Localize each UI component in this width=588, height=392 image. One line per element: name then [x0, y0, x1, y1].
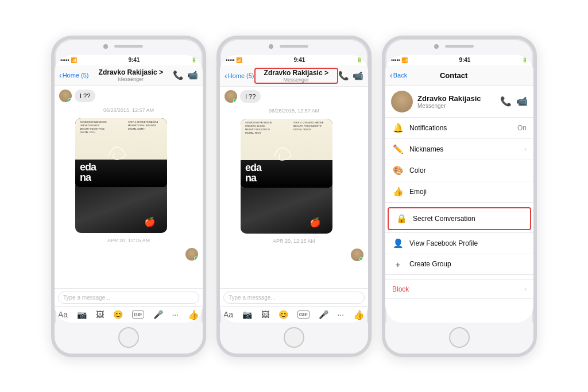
menu-item-color[interactable]: 🎨 Color — [385, 160, 533, 181]
tool-gif-2[interactable]: GIF — [297, 311, 310, 319]
notifications-value: On — [517, 124, 527, 132]
contact-actions-3: 📞 📹 — [500, 96, 528, 107]
contact-sub-3: Messenger — [417, 103, 481, 109]
message-input-2[interactable]: Type a message... — [223, 292, 365, 304]
tool-gif-1[interactable]: GIF — [132, 311, 144, 319]
nav-back-1[interactable]: ‹ Home (5) — [59, 71, 89, 80]
media-block-2: SVOBODOM FACEBOOKUREVETU IN MOCMESURY IN… — [241, 119, 332, 234]
tool-like-1[interactable]: 👍 — [188, 309, 199, 320]
tool-image-2[interactable]: 🖼 — [261, 310, 269, 319]
media-container-1: ⬆ SVOBODOM FACEBOOKUREVETU IN MOCMESURY … — [59, 118, 198, 233]
msg-bubble-2: I ?? — [240, 90, 261, 103]
create-group-icon: + — [392, 259, 404, 269]
back-arrow-2: ‹ — [225, 71, 227, 80]
nav-center-1: Zdravko Rakijasic > Messenger — [89, 68, 173, 82]
status-left-3: ••••• 📶 — [391, 57, 408, 63]
nav-back-label-2: Home (5) — [228, 72, 254, 79]
tool-camera-2[interactable]: 📷 — [242, 310, 252, 319]
menu-item-emoji[interactable]: 👍 Emoji — [385, 181, 533, 202]
phone-1: ••••• 📶 9:41 🔋 ‹ Home (5) Zdravko Rakija… — [51, 36, 206, 357]
contact-avatar-3 — [391, 91, 413, 112]
nav-sub-1: Messenger — [89, 76, 173, 82]
doodle-svg-1 — [103, 139, 137, 162]
avatar-bottom-1 — [185, 248, 198, 261]
secret-conversation-highlighted: 🔒 Secret Conversation — [388, 207, 531, 230]
phone-2: ••••• 📶 9:41 🔋 ‹ Home (5) Zdravko Rakija… — [216, 36, 372, 357]
extra-menu-section-3: 👤 View Facebook Profile + Create Group — [385, 232, 533, 275]
tool-like-2[interactable]: 👍 — [353, 309, 365, 320]
block-section-3: Block › — [385, 280, 533, 299]
avatar-1 — [59, 90, 72, 102]
online-dot-2 — [233, 99, 237, 103]
fb-profile-icon: 👤 — [392, 238, 404, 249]
tool-mic-2[interactable]: 🎤 — [319, 310, 328, 319]
phone-icon-1[interactable]: 📞 — [173, 70, 184, 80]
phone-inner-2: ••••• 📶 9:41 🔋 ‹ Home (5) Zdravko Rakija… — [220, 55, 368, 323]
nav-back-2[interactable]: ‹ Home (5) — [225, 71, 254, 80]
phone-icon-2[interactable]: 📞 — [338, 71, 349, 81]
phone-icon-3[interactable]: 📞 — [500, 96, 512, 107]
media-container-2: ⬆ SVOBODOM FACEBOOKUREVETU IN MOCMESURY … — [225, 119, 363, 234]
menu-item-nicknames[interactable]: ✏️ Nicknames › — [385, 139, 533, 160]
signal-dots-1: ••••• — [60, 57, 69, 63]
contact-name-nav-2[interactable]: Zdravko Rakijasic > — [257, 69, 335, 77]
timestamp-2: 06/26/2015, 12:57 AM — [225, 108, 363, 114]
nav-actions-1: 📞 📹 — [173, 70, 198, 80]
nav-back-3[interactable]: ‹ Back — [390, 71, 407, 80]
bottom-avatar-row-2 — [225, 249, 363, 261]
status-right-2: 🔋 — [357, 57, 362, 63]
home-button-3[interactable] — [449, 327, 470, 348]
nav-back-label-3: Back — [393, 72, 407, 79]
home-button-2[interactable] — [284, 327, 304, 348]
tool-aa-1[interactable]: Aa — [58, 310, 68, 319]
nav-bar-2: ‹ Home (5) Zdravko Rakijasic > Messenger… — [220, 65, 368, 87]
phone-top-2 — [220, 39, 368, 55]
color-icon: 🎨 — [392, 165, 404, 176]
tool-aa-2[interactable]: Aa — [223, 310, 233, 319]
tool-emoji-2[interactable]: 😊 — [278, 310, 288, 319]
tool-emoji-1[interactable]: 😊 — [113, 310, 123, 319]
home-button-1[interactable] — [118, 327, 139, 348]
status-right-3: 🔋 — [522, 57, 528, 63]
status-bar-1: ••••• 📶 9:41 🔋 — [55, 55, 203, 65]
tool-more-2[interactable]: ··· — [337, 310, 344, 319]
status-left-2: ••••• 📶 — [226, 57, 242, 63]
status-right-1: 🔋 — [191, 57, 197, 63]
media-inner-1: SVOBODOM FACEBOOKUREVETU IN MOCMESURY IN… — [75, 118, 167, 233]
secret-icon: 🔒 — [396, 214, 407, 224]
doodle-svg-2 — [268, 139, 303, 162]
video-icon-3[interactable]: 📹 — [516, 96, 528, 107]
camera-2 — [269, 44, 273, 49]
avatar-bottom-2 — [351, 249, 363, 261]
video-icon-1[interactable]: 📹 — [187, 70, 198, 80]
battery-icon-1: 🔋 — [191, 57, 197, 63]
camera-3 — [434, 44, 439, 49]
video-icon-2[interactable]: 📹 — [353, 71, 363, 81]
message-input-1[interactable]: Type a message... — [58, 292, 199, 304]
wifi-icon-2: 📶 — [236, 57, 242, 63]
input-bar-2: Type a message... — [220, 288, 368, 306]
block-chevron-3: › — [524, 285, 527, 293]
secret-label: Secret Conversation — [413, 215, 523, 223]
tool-mic-1[interactable]: 🎤 — [153, 310, 163, 319]
apple-logo-2: 🍎 — [310, 217, 321, 228]
nav-bar-1: ‹ Home (5) Zdravko Rakijasic > Messenger… — [55, 65, 203, 86]
tool-more-1[interactable]: ··· — [172, 310, 179, 319]
contact-name-nav-1[interactable]: Zdravko Rakijasic > — [89, 68, 173, 76]
emoji-label: Emoji — [409, 188, 527, 196]
menu-item-notifications[interactable]: 🔔 Notifications On — [385, 118, 533, 139]
notifications-icon: 🔔 — [392, 123, 404, 133]
contact-name-3: Zdravko Rakijasic — [417, 94, 481, 103]
tool-camera-1[interactable]: 📷 — [77, 310, 87, 319]
tool-image-1[interactable]: 🖼 — [96, 310, 104, 319]
phone-inner-1: ••••• 📶 9:41 🔋 ‹ Home (5) Zdravko Rakija… — [55, 55, 203, 323]
menu-section-3: 🔔 Notifications On ✏️ Nicknames › 🎨 Colo… — [385, 117, 533, 203]
block-item-3[interactable]: Block › — [385, 280, 533, 298]
menu-item-create-group[interactable]: + Create Group — [385, 254, 533, 274]
timestamp-1: 06/26/2015, 12:57 AM — [59, 107, 198, 113]
apr-stamp-1: APR 20, 12:15 AM — [59, 238, 198, 243]
menu-item-secret[interactable]: 🔒 Secret Conversation — [389, 208, 530, 229]
status-left-1: ••••• 📶 — [60, 57, 77, 63]
wifi-icon-3: 📶 — [401, 57, 408, 63]
menu-item-fb-profile[interactable]: 👤 View Facebook Profile — [385, 233, 533, 254]
